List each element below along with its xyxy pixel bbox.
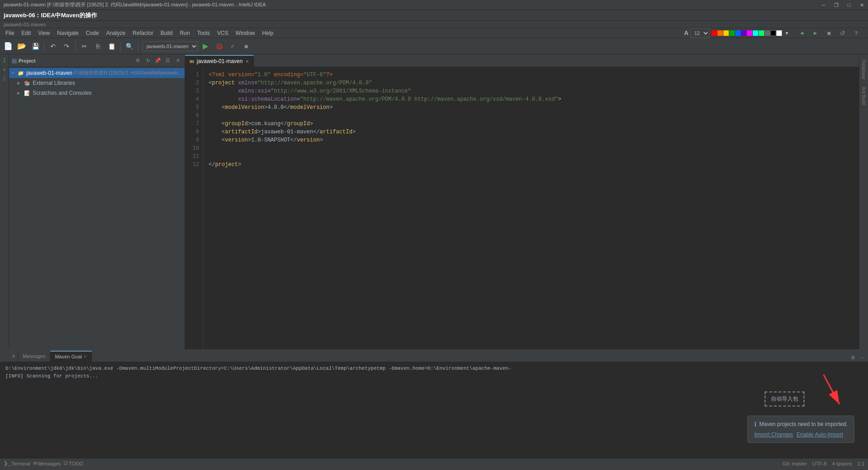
tree-item-scratches[interactable]: ▶ 📝 Scratches and Consoles <box>9 88 185 98</box>
font-size-select[interactable]: 12111314 <box>690 28 710 38</box>
run-forward-button[interactable]: ► <box>809 27 822 39</box>
status-indent[interactable]: 4 spaces <box>832 461 852 466</box>
line-numbers: 12345 678910 1112 <box>185 67 203 349</box>
menu-file[interactable]: File <box>2 28 18 38</box>
toolbar-cut[interactable]: ✂ <box>78 40 91 53</box>
run-with-coverage-btn[interactable]: ✓ <box>226 40 239 53</box>
stop-button[interactable]: ■ <box>823 27 835 39</box>
swatch-gray[interactable] <box>765 30 770 36</box>
font-area: A 12111314 ▾ ◄ ► ■ ↺ ? <box>684 27 863 39</box>
editor-area: m javaweb-01-maven ✕ 12345 678910 1112 <… <box>185 54 859 349</box>
menu-code[interactable]: Code <box>82 28 102 38</box>
update-button[interactable]: ↺ <box>836 27 849 39</box>
swatch-white[interactable] <box>776 30 782 36</box>
toolbar-copy[interactable]: ⎘ <box>92 40 104 53</box>
tree-item-root[interactable]: ▼ 📁 javaweb-01-maven F:\班级管理\西开 [19525] … <box>9 68 185 78</box>
tree-root-label: javaweb-01-maven <box>26 70 72 76</box>
restore-button[interactable]: ❒ <box>830 0 843 10</box>
bottom-toolbar: ❯_ Terminal ✉ Messages ☑ TODO <box>4 460 83 466</box>
swatch-cyan[interactable] <box>753 30 758 36</box>
menu-build[interactable]: Build <box>157 28 176 38</box>
tree-item-ext-libs[interactable]: ▶ 📚 External Libraries <box>9 78 185 88</box>
tree-ext-libs-label: External Libraries <box>33 80 75 86</box>
status-encoding[interactable]: UTF-8 <box>813 461 827 466</box>
editor-tab-bar: m javaweb-01-maven ✕ <box>185 54 859 67</box>
toolbar-open[interactable]: 📂 <box>15 40 28 53</box>
bottom-tab-maven-close[interactable]: ✕ <box>83 354 87 359</box>
database-panel-btn[interactable]: Database <box>860 56 867 83</box>
project-folder-icon: 📁 <box>17 69 24 77</box>
project-close-btn[interactable]: ✕ <box>174 57 182 65</box>
swatch-red[interactable] <box>712 30 717 36</box>
code-content[interactable]: <?xml version="1.0" encoding="UTF-8"?><p… <box>203 67 859 349</box>
menu-tools[interactable]: Tools <box>194 28 214 38</box>
ant-build-panel-btn[interactable]: Ant Build <box>860 83 867 108</box>
toolbar-find[interactable]: 🔍 <box>123 40 136 53</box>
bottom-minimize-btn[interactable]: − <box>858 353 866 362</box>
run-config-select[interactable]: javaweb-01-maven <box>142 41 198 51</box>
bottom-tab-messages-label: Messages <box>23 353 45 359</box>
project-settings-btn[interactable]: ⚙ <box>134 57 142 65</box>
project-panel: ▤ Project ⚙ ↻ 📌 ☰ ✕ ▼ 📁 javaweb-01-maven… <box>9 54 185 349</box>
swatch-magenta[interactable] <box>747 30 752 36</box>
bottom-panel-tools: ⚙ − <box>849 353 868 362</box>
project-gear-btn[interactable]: ☰ <box>164 57 172 65</box>
swatch-lime[interactable] <box>759 30 764 36</box>
menu-view[interactable]: View <box>34 28 54 38</box>
menu-help[interactable]: Help <box>258 28 277 38</box>
swatch-black[interactable] <box>770 30 776 36</box>
todo-tab-btn[interactable]: ☑ TODO <box>63 460 83 466</box>
menu-analyze[interactable]: Analyze <box>102 28 129 38</box>
todo-label: TODO <box>69 461 83 466</box>
bottom-content: D:\Environment\jdk8\jdk\bin\java.exe -Dm… <box>0 362 868 458</box>
code-editor: 12345 678910 1112 <?xml version="1.0" en… <box>185 67 859 349</box>
swatch-green[interactable] <box>729 30 735 36</box>
toolbar-undo[interactable]: ↶ <box>47 40 59 53</box>
bottom-tab-messages[interactable]: Messages <box>18 351 50 362</box>
menu-navigate[interactable]: Navigate <box>54 28 82 38</box>
project-pin-btn[interactable]: 📌 <box>154 57 162 65</box>
toolbar-save-all[interactable]: 💾 <box>29 40 42 53</box>
bottom-settings-btn[interactable]: ⚙ <box>849 353 857 362</box>
bottom-tab-maven-goal[interactable]: Maven Goal ✕ <box>50 351 92 362</box>
menu-run[interactable]: Run <box>176 28 194 38</box>
toolbar-redo[interactable]: ↷ <box>60 40 73 53</box>
toolbar-sep-1 <box>44 42 44 51</box>
swatch-orange[interactable] <box>717 30 723 36</box>
menu-window[interactable]: Window <box>232 28 258 38</box>
menu-edit[interactable]: Edit <box>18 28 34 38</box>
swatch-purple[interactable] <box>741 30 746 36</box>
font-label: A <box>684 29 688 36</box>
left-icon-1[interactable]: 1 <box>0 56 9 64</box>
editor-tab-main[interactable]: m javaweb-01-maven ✕ <box>185 55 254 67</box>
menu-refactor[interactable]: Refactor <box>129 28 157 38</box>
tab-close-btn[interactable]: ✕ <box>245 59 249 64</box>
color-dropdown[interactable]: ▾ <box>784 30 790 36</box>
maximize-button[interactable]: □ <box>843 0 855 10</box>
swatch-yellow[interactable] <box>723 30 729 36</box>
menu-vcs[interactable]: VCS <box>214 28 232 38</box>
tree-arrow-ext-libs: ▶ <box>17 81 24 85</box>
stop-run-btn[interactable]: ■ <box>240 40 253 53</box>
title-bar: javaweb-01-maven [F:\班级管理\西开 [19525] 2. … <box>0 0 868 10</box>
project-sync-btn[interactable]: ↻ <box>144 57 152 65</box>
left-icon-favorites[interactable]: ★ <box>0 65 9 73</box>
terminal-tab-btn[interactable]: ❯_ Terminal <box>4 460 30 466</box>
debug-btn[interactable]: 🐞 <box>213 40 225 53</box>
messages-tab-btn[interactable]: ✉ Messages <box>33 460 61 466</box>
run-back-button[interactable]: ◄ <box>795 27 808 39</box>
run-btn[interactable]: ▶ <box>199 40 212 53</box>
swatch-blue[interactable] <box>735 30 741 36</box>
project-tree: ▼ 📁 javaweb-01-maven F:\班级管理\西开 [19525] … <box>9 67 185 349</box>
toolbar-paste[interactable]: 📋 <box>105 40 118 53</box>
tree-root-path: F:\班级管理\西开 [19525] 2. 代码\JavaWeb\javaweb… <box>74 70 181 76</box>
import-changes-link[interactable]: Import Changes <box>754 431 793 438</box>
close-button[interactable]: ✕ <box>855 0 868 10</box>
status-line-col-text: 1:1 <box>858 461 864 466</box>
enable-auto-import-link[interactable]: Enable Auto-Import <box>797 431 844 438</box>
left-icon-2[interactable]: 2 <box>0 74 9 83</box>
status-encoding-text: UTF-8 <box>813 461 827 466</box>
toolbar-new[interactable]: 📄 <box>2 40 15 53</box>
help-button[interactable]: ? <box>850 27 863 39</box>
minimize-button[interactable]: ─ <box>817 0 830 10</box>
